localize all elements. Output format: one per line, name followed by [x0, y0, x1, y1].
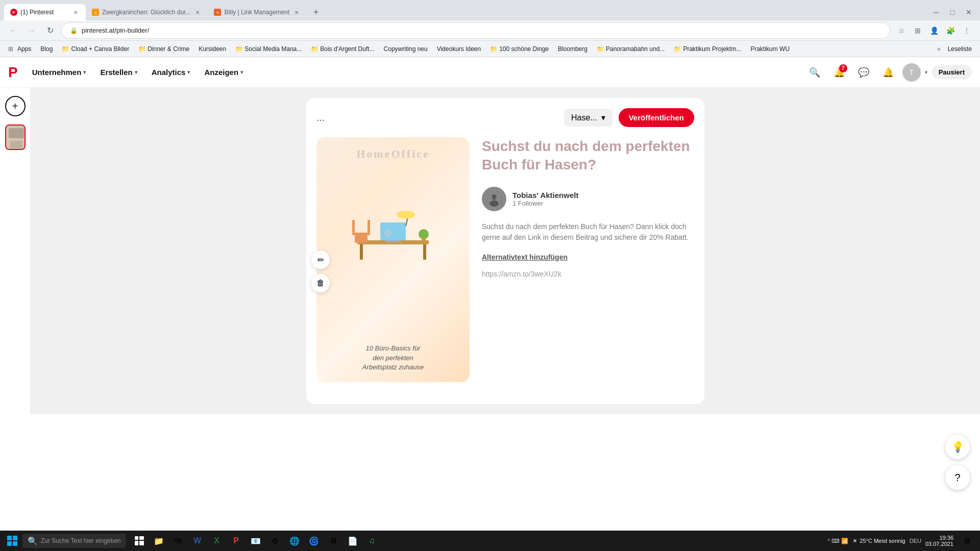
taskbar-word[interactable]: W	[188, 532, 207, 550]
bookmark-dinner[interactable]: 📁 Dinner & Crime	[134, 44, 193, 54]
svg-rect-24	[7, 541, 12, 546]
svg-rect-25	[13, 541, 17, 546]
left-sidebar: +	[0, 88, 31, 414]
board-selector[interactable]: Hase... ▾	[564, 109, 612, 127]
tab-pinterest-close[interactable]: ✕	[71, 8, 80, 16]
url-bar[interactable]: 🔒 pinterest.at/pin-builder/	[61, 22, 890, 39]
pin-thumbnail[interactable]	[5, 124, 26, 150]
taskbar-powerpoint[interactable]: P	[227, 532, 246, 550]
reload-button[interactable]: ↻	[43, 23, 57, 38]
bookmarks-overflow-button[interactable]: »	[935, 44, 943, 54]
taskbar-spotify[interactable]: ♫	[363, 532, 381, 550]
author-avatar-svg	[487, 191, 501, 207]
bookmark-praktikum[interactable]: 📁 Praktikum Projektm...	[670, 44, 745, 54]
svg-rect-5	[423, 244, 426, 260]
nav-anzeigen[interactable]: Anzeigen ▾	[198, 64, 249, 81]
pause-button[interactable]: Pausiert	[932, 65, 972, 79]
close-button[interactable]: ✕	[962, 5, 976, 19]
tab-bar: P (1) Pinterest ✕ a Zwergkaninchen: Glüc…	[0, 0, 980, 20]
bookmark-bloomberg[interactable]: Bloomberg	[554, 44, 592, 54]
content-area: + ... Hase... ▾	[0, 88, 980, 414]
pin-builder-actions: Hase... ▾ Veröffentlichen	[564, 108, 694, 127]
notifications-button[interactable]: 🔔 7	[829, 62, 849, 83]
back-button[interactable]: ←	[6, 23, 20, 38]
taskbar-pc-health[interactable]: 🖥	[324, 532, 342, 550]
bookmark-copywriting[interactable]: Copywriting neu	[380, 44, 432, 54]
spotify-icon: ♫	[369, 536, 375, 545]
taskbar-store[interactable]: 🛍	[169, 532, 187, 550]
forward-button[interactable]: →	[24, 23, 39, 38]
show-desktop-button[interactable]: 🖥	[958, 532, 976, 550]
new-tab-button[interactable]: +	[309, 5, 323, 19]
search-button[interactable]: 🔍	[804, 62, 825, 83]
taskbar-files[interactable]: 📄	[344, 532, 362, 550]
bookmark-apps[interactable]: ⊞ Apps	[4, 44, 35, 54]
nav-analytics[interactable]: Analytics ▾	[145, 64, 197, 81]
tab-pinterest-title: (1) Pinterest	[20, 9, 68, 16]
bookmark-leseliste[interactable]: Leseliste	[944, 44, 976, 54]
pin-edit-button[interactable]: ✏	[311, 251, 330, 269]
taskbar: 🔍 Zur Suche Text hier eingeben 📁 🛍 W X P	[0, 531, 980, 551]
extensions-button[interactable]: 🧩	[943, 23, 958, 38]
pinterest-logo[interactable]: P	[8, 64, 18, 81]
nav-erstellen[interactable]: Erstellen ▾	[94, 64, 143, 81]
task-view-button[interactable]	[130, 532, 149, 550]
bookmark-100dinge[interactable]: 📁 100 schöne Dinge	[486, 44, 553, 54]
tab-amazon-title: Zwergkaninchen: Glücklich dur...	[102, 9, 190, 16]
bitly-favicon: b	[214, 9, 221, 16]
bookmark-star-button[interactable]: ☆	[894, 23, 909, 38]
svg-point-19	[489, 200, 499, 206]
nav-analytics-label: Analytics	[152, 68, 186, 77]
tab-amazon[interactable]: a Zwergkaninchen: Glücklich dur... ✕	[86, 4, 208, 20]
avatar-dropdown-arrow[interactable]: ▾	[925, 69, 927, 75]
bookmark-social[interactable]: 📁 Social Media Mana...	[231, 44, 306, 54]
activity-button[interactable]: 🔔	[878, 62, 898, 83]
taskbar-outlook[interactable]: 📧	[247, 532, 265, 550]
bookmark-kursideen[interactable]: Kursideen	[194, 44, 230, 54]
bookmark-panorama[interactable]: 📁 Panoramabahn und...	[593, 44, 669, 54]
add-pin-button[interactable]: +	[5, 96, 26, 116]
taskbar-chrome[interactable]: 🌐	[285, 532, 304, 550]
bookmark-canva[interactable]: 📁 Cload + Canva Bilder	[58, 44, 133, 54]
messages-button[interactable]: 💬	[853, 62, 874, 83]
chrome-menu-button[interactable]: ⋮	[960, 23, 974, 38]
tab-bitly-close[interactable]: ✕	[292, 8, 301, 16]
profile-button[interactable]: 👤	[927, 23, 941, 38]
user-avatar[interactable]: T	[902, 63, 921, 82]
bookmark-bois[interactable]: 📁 Bois d'Argent Duft...	[307, 44, 378, 54]
alt-text-button[interactable]: Alternativtext hinzufügen	[482, 253, 694, 261]
tab-pinterest[interactable]: P (1) Pinterest ✕	[4, 4, 86, 20]
publish-button[interactable]: Veröffentlichen	[619, 108, 694, 127]
help-button[interactable]: ?	[945, 465, 970, 490]
start-button[interactable]	[4, 533, 20, 549]
restore-button[interactable]: □	[945, 5, 960, 19]
bookmark-panorama-label: Panoramabahn und...	[606, 45, 665, 53]
more-options-button[interactable]: ...	[316, 112, 325, 123]
taskbar-search[interactable]: 🔍 Zur Suche Text hier eingeben	[22, 534, 126, 548]
nav-unternehmen[interactable]: Unternehmen ▾	[26, 64, 92, 81]
header-right: 🔍 🔔 7 💬 🔔 T ▾ Pausiert	[804, 62, 972, 83]
bookmark-kursideen-label: Kursideen	[199, 45, 226, 53]
taskbar-edge[interactable]: 🌀	[305, 532, 323, 550]
author-followers: 1 Follower	[512, 199, 578, 207]
pin-delete-button[interactable]: 🗑	[311, 274, 330, 292]
lightbulb-button[interactable]: 💡	[945, 435, 970, 459]
bookmark-blog[interactable]: Blog	[36, 44, 57, 54]
svg-rect-9	[355, 235, 368, 243]
tab-amazon-close[interactable]: ✕	[193, 8, 202, 16]
furniture-illustration	[347, 205, 439, 266]
taskbar-explorer[interactable]: 📁	[150, 532, 168, 550]
bookmark-blog-label: Blog	[40, 45, 53, 53]
bookmark-videokurs[interactable]: Videokurs Ideen	[433, 44, 485, 54]
svg-point-21	[495, 196, 498, 199]
taskbar-settings[interactable]: ⚙	[266, 532, 284, 550]
tab-bitly[interactable]: b Bitly | Link Management ✕	[208, 4, 307, 20]
taskbar-excel[interactable]: X	[208, 532, 226, 550]
folder-icon-social: 📁	[235, 45, 242, 53]
tab-search-button[interactable]: ⊞	[911, 23, 925, 38]
weather-icon: ☀	[852, 538, 857, 544]
pin-image: HomeOffice	[316, 137, 470, 382]
bookmark-praktikum-wu[interactable]: Praktikum WU	[746, 44, 794, 54]
taskbar-right: ^ ⌨ 📶 ☀ 25°C Meist sonnig DEU 19:36 03.0…	[827, 532, 976, 550]
minimize-button[interactable]: ─	[929, 5, 943, 19]
